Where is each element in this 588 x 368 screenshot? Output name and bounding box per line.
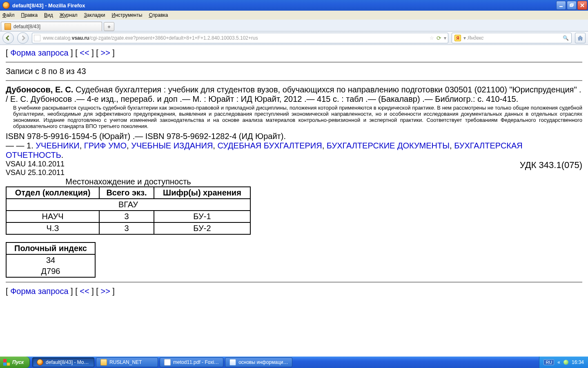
new-tab-button[interactable]: + <box>104 22 114 31</box>
table-row: НАУЧ 3 БУ-1 <box>6 211 250 222</box>
cell-dept: Ч.З <box>6 222 99 234</box>
task-item[interactable]: metod11.pdf - Foxi… <box>160 357 223 367</box>
system-tray: RU « 16:34 <box>539 357 588 368</box>
menu-help[interactable]: Справка <box>149 12 168 18</box>
subjects-prefix: — — 1. <box>6 141 36 150</box>
shelf-index-table: Полочный индекс 34 Д796 <box>6 242 96 278</box>
subject-link[interactable]: БУХГАЛТЕРСКИЕ ДОКУМЕНТЫ <box>327 141 450 150</box>
task-label: основы информаци… <box>238 359 288 365</box>
forward-button[interactable] <box>17 32 29 44</box>
title-body: Судебная бухгалтерия : учебник для студе… <box>6 85 581 103</box>
svg-rect-0 <box>559 6 563 7</box>
subject-link[interactable]: УЧЕБНЫЕ ИЗДАНИЯ <box>131 141 213 150</box>
subject-link[interactable]: ГРИФ УМО <box>84 141 127 150</box>
task-label: default[8/43] - Mo… <box>46 359 89 365</box>
menu-bookmarks[interactable]: Закладки <box>84 12 105 18</box>
language-indicator[interactable]: RU <box>543 359 554 365</box>
cell-code: БУ-1 <box>154 211 250 222</box>
pdf-icon <box>164 359 171 366</box>
tab-title: default[8/43] <box>13 24 40 29</box>
folder-icon <box>100 359 107 366</box>
menu-tools[interactable]: Инструменты <box>112 12 143 18</box>
search-dropdown-icon[interactable]: ▾ <box>463 35 466 41</box>
tab-favicon-icon <box>4 23 11 30</box>
shelf-heading: Полочный индекс <box>6 242 95 254</box>
cell-dept: НАУЧ <box>6 211 99 222</box>
cell-total: 3 <box>99 211 154 222</box>
window-title: default[8/43] - Mozilla Firefox <box>12 2 85 9</box>
url-prefix: www.catalog. <box>43 35 72 41</box>
task-item[interactable]: основы информаци… <box>225 357 292 367</box>
subject-link[interactable]: УЧЕБНИКИ <box>36 141 79 150</box>
link-prev[interactable]: << <box>80 48 89 57</box>
firefox-icon <box>37 359 43 366</box>
close-button[interactable] <box>577 1 587 10</box>
meta-updated: VSAU 25.10.2011 <box>6 168 65 177</box>
table-row: Ч.З 3 БУ-2 <box>6 222 250 234</box>
task-item[interactable]: RUSLAN_NET <box>96 357 158 367</box>
taskbar: Пуск default[8/43] - Mo… RUSLAN_NET meto… <box>0 357 588 368</box>
location-table: Отдел (коллекция) Всего экз. Шифр(ы) хра… <box>6 186 251 235</box>
browser-tab[interactable]: default[8/43] <box>1 22 102 31</box>
tray-status-icon[interactable] <box>564 360 568 365</box>
back-button[interactable] <box>2 32 14 44</box>
task-label: RUSLAN_NET <box>109 359 142 365</box>
link-query-form[interactable]: Форма запроса <box>10 287 68 296</box>
col-department: Отдел (коллекция) <box>6 187 99 199</box>
link-next[interactable]: >> <box>100 287 110 296</box>
search-box[interactable]: Я ▾ Яндекс 🔍 <box>452 33 572 43</box>
isbn-line: ISBN 978-5-9916-1594-5 (Юрайт) .— ISBN 9… <box>6 132 582 141</box>
window-titlebar: default[8/43] - Mozilla Firefox <box>0 0 588 11</box>
minimize-button[interactable] <box>556 1 566 10</box>
windows-flag-icon <box>3 359 10 366</box>
tabstrip: default[8/43] + <box>0 20 588 31</box>
cell-total: 3 <box>99 222 154 234</box>
page-favicon-icon <box>34 35 40 41</box>
start-button[interactable]: Пуск <box>0 357 30 368</box>
menubar: Файл Правка Вид Журнал Закладки Инструме… <box>0 11 588 20</box>
topnav: [ Форма запроса ] [ << ] [ >> ] <box>6 48 582 58</box>
start-label: Пуск <box>12 359 24 365</box>
bottomnav: [ Форма запроса ] [ << ] [ >> ] <box>6 287 582 296</box>
records-range: Записи с 8 по 8 из 43 <box>6 67 582 76</box>
urlbar-dropdown-icon[interactable]: ▾ <box>444 35 446 41</box>
search-go-icon[interactable]: 🔍 <box>563 35 569 41</box>
favorite-icon[interactable]: ☆ <box>430 35 434 41</box>
navbar: www.catalog. vsau.ru /cgi-zgate/zgate.ex… <box>0 31 588 45</box>
link-prev[interactable]: << <box>80 287 89 296</box>
udk: УДК 343.1(075) <box>520 160 582 177</box>
subject-link[interactable]: СУДЕБНАЯ БУХГАЛТЕРИЯ <box>217 141 322 150</box>
menu-edit[interactable]: Правка <box>21 12 38 18</box>
author: Дубоносов, Е. С. <box>6 85 73 94</box>
task-item[interactable]: default[8/43] - Mo… <box>32 357 94 367</box>
bibliographic-entry: Дубоносов, Е. С. Судебная бухгалтерия : … <box>6 85 582 104</box>
menu-file[interactable]: Файл <box>2 12 15 18</box>
search-placeholder: Яндекс <box>468 35 484 41</box>
clock[interactable]: 16:34 <box>572 359 584 365</box>
task-label: metod11.pdf - Foxi… <box>173 359 219 365</box>
home-button[interactable] <box>575 33 586 43</box>
meta-created: VSAU 14.10.2011 <box>6 160 65 168</box>
address-bar[interactable]: www.catalog. vsau.ru /cgi-zgate/zgate.ex… <box>32 33 448 43</box>
firefox-icon <box>2 2 10 9</box>
menu-history[interactable]: Журнал <box>60 12 78 18</box>
page-content: [ Форма запроса ] [ << ] [ >> ] Записи с… <box>0 45 588 365</box>
location-heading: Местонахождение и доступность <box>6 177 251 186</box>
restore-button[interactable] <box>567 1 577 10</box>
shelf-line2: Д796 <box>6 266 95 277</box>
search-engine-icon: Я <box>454 35 461 41</box>
tray-chevron-icon[interactable]: « <box>557 359 560 365</box>
cell-code: БУ-2 <box>154 222 250 234</box>
subjects-line: — — 1. УЧЕБНИКИ, ГРИФ УМО, УЧЕБНЫЕ ИЗДАН… <box>6 141 582 160</box>
url-host: vsau.ru <box>72 35 89 41</box>
shelf-line1: 34 <box>6 254 95 266</box>
url-path: /cgi-zgate/zgate.exe?present+3860+defaul… <box>89 35 258 41</box>
reload-button[interactable]: ⟳ <box>437 35 441 41</box>
word-icon <box>229 359 236 366</box>
link-next[interactable]: >> <box>100 48 110 57</box>
abstract: В учебнике раскрывается сущность судебно… <box>6 104 582 132</box>
menu-view[interactable]: Вид <box>44 12 53 18</box>
link-query-form[interactable]: Форма запроса <box>10 48 68 57</box>
location-group: ВГАУ <box>6 199 250 211</box>
col-total: Всего экз. <box>99 187 154 199</box>
